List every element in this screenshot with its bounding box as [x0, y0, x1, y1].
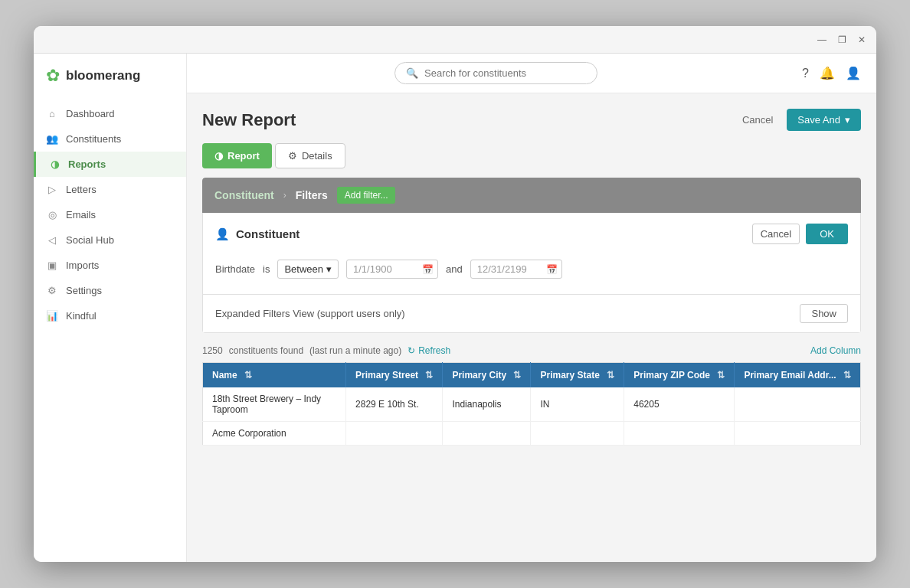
col-zip-label: Primary ZIP Code [633, 370, 710, 381]
table-header-row: Name ⇅ Primary Street ⇅ Primary City ⇅ [203, 363, 861, 388]
refresh-button[interactable]: ↻ Refresh [408, 345, 450, 356]
refresh-icon: ↻ [408, 345, 415, 356]
results-bar: 1250 constituents found (last run a minu… [202, 339, 861, 362]
filter-section: Constituent › Filters Add filter... 👤 Co… [202, 178, 861, 333]
sidebar-item-social-hub[interactable]: ◁ Social Hub [34, 227, 186, 253]
letters-icon: ▷ [46, 184, 58, 195]
sidebar-item-label: Settings [66, 285, 102, 296]
save-and-button[interactable]: Save And ▾ [787, 109, 861, 131]
col-street-label: Primary Street [355, 370, 418, 381]
filter-operator-select[interactable]: Between ▾ [277, 260, 339, 279]
sidebar-item-label: Constituents [66, 133, 121, 145]
imports-icon: ▣ [46, 260, 58, 271]
results-info: 1250 constituents found (last run a minu… [202, 345, 450, 356]
sidebar-item-kindful[interactable]: 📊 Kindful [34, 303, 186, 328]
sidebar-nav: ⌂ Dashboard 👥 Constituents ◑ Reports ▷ L… [34, 95, 186, 562]
sidebar-item-letters[interactable]: ▷ Letters [34, 177, 186, 202]
cell-city [443, 422, 531, 446]
sort-icon-state: ⇅ [607, 370, 614, 381]
details-tab-label: Details [302, 150, 332, 162]
sidebar-item-label: Emails [66, 209, 96, 220]
cell-state [531, 422, 624, 446]
filter-verb-label: is [263, 263, 270, 275]
card-header: 👤 Constituent Cancel OK [215, 224, 848, 244]
calendar-to-icon[interactable]: 📅 [546, 264, 558, 275]
col-name[interactable]: Name ⇅ [203, 363, 346, 388]
cell-street: 2829 E 10th St. [346, 387, 443, 422]
social-hub-icon: ◁ [46, 234, 58, 246]
sidebar-item-emails[interactable]: ◎ Emails [34, 202, 186, 227]
close-button[interactable]: ✕ [855, 33, 869, 47]
filter-operator-text: Between [284, 263, 323, 275]
topbar: 🔍 ? 🔔 👤 [187, 54, 876, 93]
search-box[interactable]: 🔍 [394, 62, 597, 84]
topbar-icons: ? 🔔 👤 [802, 66, 861, 80]
card-ok-button[interactable]: OK [806, 224, 848, 244]
col-email-label: Primary Email Addr... [744, 370, 836, 381]
notifications-icon[interactable]: 🔔 [820, 66, 835, 80]
results-last-run: (last run a minute ago) [309, 345, 401, 356]
sidebar-item-imports[interactable]: ▣ Imports [34, 253, 186, 278]
sidebar-item-constituents[interactable]: 👥 Constituents [34, 126, 186, 152]
col-primary-email[interactable]: Primary Email Addr... ⇅ [735, 363, 861, 388]
sort-icon-street: ⇅ [425, 370, 433, 381]
col-primary-street[interactable]: Primary Street ⇅ [346, 363, 443, 388]
dashboard-icon: ⌂ [46, 108, 58, 119]
filter-field-label: Birthdate [215, 263, 255, 275]
details-tab-icon: ⚙ [288, 150, 297, 162]
sidebar-item-dashboard[interactable]: ⌂ Dashboard [34, 101, 186, 126]
constituent-card: 👤 Constituent Cancel OK Birthdate is [202, 213, 861, 295]
search-icon: 🔍 [406, 67, 418, 79]
logo: ✿ bloomerang [34, 54, 186, 95]
save-label: Save And [797, 114, 840, 126]
cell-zip [624, 422, 735, 446]
maximize-button[interactable]: ❐ [835, 33, 849, 47]
col-primary-state[interactable]: Primary State ⇅ [531, 363, 624, 388]
cell-email [735, 422, 861, 446]
add-column-button[interactable]: Add Column [810, 345, 861, 356]
filter-operator-chevron: ▾ [326, 263, 332, 275]
search-input[interactable] [424, 67, 586, 79]
sort-icon-name: ⇅ [244, 370, 252, 381]
header-actions: Cancel Save And ▾ [735, 109, 861, 131]
app-window: — ❐ ✕ ✿ bloomerang ⌂ Dashboard 👥 Constit… [34, 26, 876, 562]
table-body: 18th Street Brewery – Indy Taproom 2829 … [203, 387, 861, 446]
show-button[interactable]: Show [800, 304, 848, 323]
sidebar-item-label: Letters [66, 184, 97, 195]
table-row[interactable]: Acme Corporation [203, 422, 861, 446]
cell-zip: 46205 [624, 387, 735, 422]
col-primary-zip[interactable]: Primary ZIP Code ⇅ [624, 363, 735, 388]
report-tab-icon: ◑ [214, 150, 223, 162]
sidebar-item-reports[interactable]: ◑ Reports [34, 152, 186, 177]
sidebar-item-settings[interactable]: ⚙ Settings [34, 278, 186, 303]
cell-email [735, 387, 861, 422]
cell-state: IN [531, 387, 624, 422]
tab-report[interactable]: ◑ Report [202, 143, 272, 168]
user-icon[interactable]: 👤 [846, 66, 861, 80]
kindful-icon: 📊 [46, 310, 58, 322]
minimize-button[interactable]: — [815, 33, 829, 47]
col-primary-city[interactable]: Primary City ⇅ [443, 363, 531, 388]
table-row[interactable]: 18th Street Brewery – Indy Taproom 2829 … [203, 387, 861, 422]
tabs: ◑ Report ⚙ Details [202, 143, 861, 168]
page-header: New Report Cancel Save And ▾ [202, 109, 861, 131]
tab-details[interactable]: ⚙ Details [275, 143, 345, 168]
sidebar-item-label: Kindful [66, 310, 97, 322]
constituent-icon: 👤 [215, 227, 230, 241]
results-unit: constituents found [229, 345, 303, 356]
cell-city: Indianapolis [443, 387, 531, 422]
cell-street [346, 422, 443, 446]
titlebar: — ❐ ✕ [34, 26, 876, 54]
main-content: New Report Cancel Save And ▾ ◑ Report [187, 93, 876, 562]
card-cancel-button[interactable]: Cancel [752, 224, 800, 244]
table-header: Name ⇅ Primary Street ⇅ Primary City ⇅ [203, 363, 861, 388]
col-state-label: Primary State [540, 370, 599, 381]
add-filter-button[interactable]: Add filter... [337, 187, 396, 204]
sort-icon-zip: ⇅ [717, 370, 725, 381]
breadcrumb-parent[interactable]: Constituent [214, 189, 274, 201]
calendar-from-icon[interactable]: 📅 [422, 264, 434, 275]
sort-icon-city: ⇅ [513, 370, 521, 381]
date-from-wrapper: 📅 [346, 260, 438, 279]
cancel-button[interactable]: Cancel [735, 109, 781, 130]
help-icon[interactable]: ? [802, 67, 809, 80]
